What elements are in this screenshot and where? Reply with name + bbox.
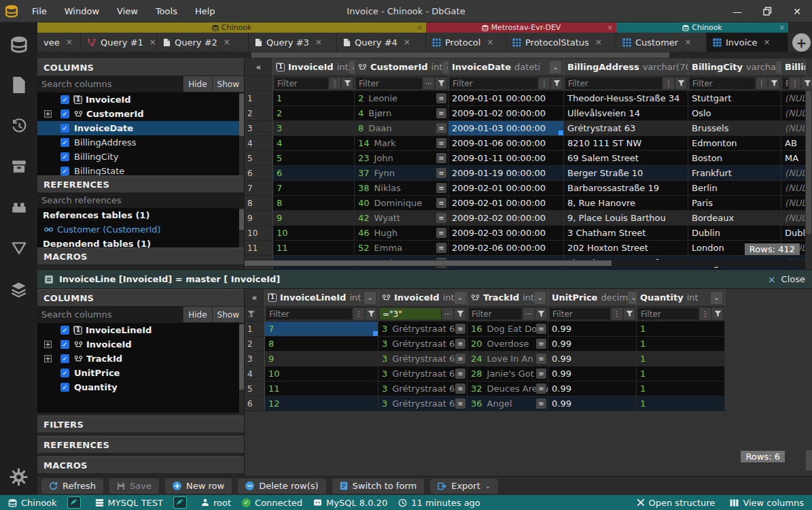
columns-section-header[interactable]: COLUMNS: [37, 289, 244, 307]
checkbox-checked[interactable]: ✓: [60, 95, 69, 104]
filter-input[interactable]: Filter: [565, 78, 662, 89]
column-header-invoiceid[interactable]: InvoiceIdint⌄: [378, 289, 467, 307]
grid-cell[interactable]: 2009-01-06 00:00:00: [448, 136, 564, 151]
grid-cell[interactable]: 1: [637, 322, 725, 337]
sidebar-scrollbar[interactable]: [239, 92, 244, 175]
row-number[interactable]: 6: [245, 166, 273, 181]
grid-cell[interactable]: 3: [273, 121, 355, 136]
row-number[interactable]: 11: [245, 241, 273, 256]
export-button[interactable]: Export⌄: [430, 479, 498, 494]
grid-cell[interactable]: AB: [781, 136, 806, 151]
column-dropdown-button[interactable]: ⌄: [550, 61, 561, 73]
grid-cell[interactable]: 3Grétrystraat 63≡: [378, 322, 467, 337]
scrollbar-thumb[interactable]: [239, 209, 244, 230]
row-number[interactable]: 2: [245, 337, 265, 352]
open-detail-icon[interactable]: ≡: [536, 339, 546, 349]
close-tab-icon[interactable]: ×: [149, 37, 156, 47]
grid-cell[interactable]: 5: [273, 151, 355, 166]
open-detail-icon[interactable]: ≡: [436, 93, 446, 103]
new-tab-button[interactable]: +: [792, 33, 811, 52]
new-row-button[interactable]: +New row: [165, 479, 232, 494]
grid-cell[interactable]: 2009-01-11 00:00:00: [448, 151, 564, 166]
open-detail-icon[interactable]: ≡: [436, 108, 446, 118]
grid-cell[interactable]: Barbarossastraße 19: [564, 181, 688, 196]
grid-cell[interactable]: 8Daan≡: [355, 121, 448, 136]
filter-funnel-icon[interactable]: [436, 78, 446, 89]
grid-cell[interactable]: 11: [273, 241, 355, 256]
column-item-quantity[interactable]: ✓Quantity: [37, 380, 244, 394]
open-detail-icon[interactable]: ≡: [436, 198, 446, 208]
grid-cell[interactable]: 1: [637, 396, 725, 411]
checkbox-checked[interactable]: ✓: [60, 138, 69, 147]
grid-cell[interactable]: 3Grétrystraat 63≡: [378, 352, 467, 367]
filter-funnel-icon[interactable]: [802, 78, 812, 89]
column-dropdown-button[interactable]: ⌄: [349, 61, 355, 73]
grid-cell[interactable]: (NULL): [781, 121, 806, 136]
grid-cell[interactable]: Berger Straße 10: [564, 166, 688, 181]
open-detail-icon[interactable]: ≡: [536, 354, 546, 364]
scrollbar-thumb[interactable]: [239, 324, 244, 390]
grid-cell[interactable]: 4Bjørn≡: [355, 106, 448, 121]
menu-item-file[interactable]: File: [23, 0, 56, 22]
open-detail-icon[interactable]: ≡: [436, 213, 446, 223]
column-item-invoiceid[interactable]: +✓InvoiceId: [37, 337, 244, 352]
grid-cell[interactable]: 2009-01-02 00:00:00: [448, 106, 564, 121]
close-group-icon[interactable]: ×: [607, 24, 613, 31]
macros-section-header[interactable]: MACROS: [37, 248, 244, 265]
grid-cell[interactable]: 3 Chatham Street: [564, 226, 688, 241]
grid-cell[interactable]: (NULL): [781, 196, 806, 211]
grid-cell[interactable]: 52Emma≡: [355, 241, 448, 256]
grid-cell[interactable]: Ullevålsveien 14: [564, 106, 688, 121]
filter-menu-button[interactable]: ⋮: [330, 78, 340, 89]
grid-cell[interactable]: 1: [637, 337, 725, 352]
grid-vertical-scrollbar[interactable]: [805, 91, 812, 269]
grid-cell[interactable]: 10: [273, 226, 355, 241]
filter-funnel-icon[interactable]: [675, 78, 686, 89]
tab-scrollbar[interactable]: [37, 52, 812, 58]
rail-layers-icon[interactable]: [0, 275, 37, 303]
grid-cell[interactable]: 2009-02-03 00:00:00: [448, 226, 564, 241]
column-item-billingcity[interactable]: ✓BillingCity: [37, 150, 244, 164]
grid-cell[interactable]: 1: [637, 352, 725, 367]
open-detail-icon[interactable]: ≡: [455, 369, 465, 379]
grid-cell[interactable]: 2009-02-01 00:00:00: [448, 196, 564, 211]
row-number[interactable]: 5: [245, 381, 265, 396]
grid-cell[interactable]: 3Grétrystraat 63≡: [378, 367, 467, 381]
grid-cell[interactable]: 0.99: [548, 367, 637, 381]
filter-funnel-icon[interactable]: [551, 78, 562, 89]
row-number[interactable]: 4: [245, 136, 273, 151]
filter-input[interactable]: Filter: [266, 308, 352, 320]
row-number[interactable]: 3: [245, 121, 273, 136]
close-group-icon[interactable]: ×: [779, 24, 785, 31]
refresh-button[interactable]: Refresh: [41, 479, 103, 494]
rail-file-icon[interactable]: [0, 71, 37, 99]
grid-cell[interactable]: 3Grétrystraat 63≡: [378, 381, 467, 396]
grid-cell[interactable]: Bordeaux: [688, 211, 781, 226]
detail-close-button[interactable]: × Close: [768, 274, 805, 285]
filter-funnel-icon[interactable]: [342, 78, 353, 89]
tab-query-2[interactable]: Query #2×: [157, 33, 249, 52]
open-detail-icon[interactable]: ≡: [455, 398, 465, 409]
grid-cell[interactable]: Berlin: [688, 181, 781, 196]
expand-icon[interactable]: +: [44, 355, 52, 362]
close-tab-icon[interactable]: ×: [404, 37, 410, 47]
rail-plugin-icon[interactable]: [0, 194, 37, 221]
macros-section-header[interactable]: MACROS: [37, 456, 244, 474]
column-header-billingaddress[interactable]: BillingAddressvarchar(70⌄: [564, 58, 688, 76]
checkbox-checked[interactable]: ✓: [60, 167, 69, 175]
rail-history-icon[interactable]: [0, 112, 37, 139]
filter-input[interactable]: Filter: [356, 78, 422, 89]
show-all-button[interactable]: Show: [213, 76, 244, 92]
collapse-columns-button[interactable]: «: [245, 58, 273, 76]
column-dropdown-button[interactable]: ⌄: [455, 292, 466, 304]
column-item-trackid[interactable]: +✓TrackId: [37, 352, 244, 366]
hide-all-button[interactable]: Hide: [183, 307, 211, 322]
column-dropdown-button[interactable]: ⌄: [534, 292, 546, 304]
switch-to-form-button[interactable]: Switch to form: [332, 479, 425, 494]
filters-section-header[interactable]: FILTERS: [37, 415, 244, 433]
grid-cell[interactable]: Edmonton: [688, 136, 781, 151]
column-dropdown-button[interactable]: ⌄: [628, 292, 637, 304]
filter-menu-button[interactable]: ⋮: [612, 308, 622, 320]
grid-cell[interactable]: 2: [273, 106, 355, 121]
checkbox-checked[interactable]: ✓: [60, 340, 69, 349]
